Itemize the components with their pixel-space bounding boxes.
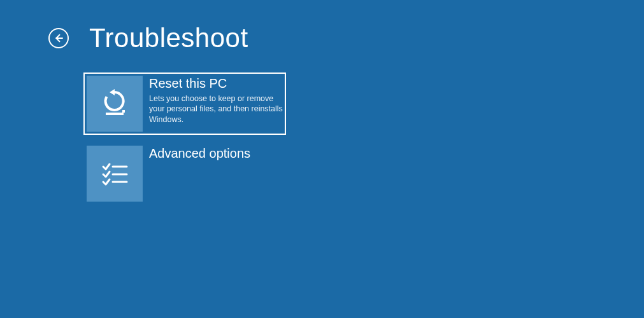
checklist-icon	[87, 146, 143, 202]
page-header: Troubleshoot	[0, 0, 644, 53]
option-advanced-options[interactable]: Advanced options	[83, 142, 286, 205]
option-title: Advanced options	[149, 146, 283, 161]
reset-icon	[87, 76, 143, 132]
page-title: Troubleshoot	[89, 23, 248, 53]
svg-rect-3	[122, 110, 125, 113]
svg-marker-1	[110, 89, 115, 95]
options-list: Reset this PC Lets you choose to keep or…	[83, 73, 644, 205]
option-description: Lets you choose to keep or remove your p…	[149, 93, 283, 125]
option-title: Reset this PC	[149, 76, 283, 91]
svg-rect-2	[106, 113, 124, 115]
arrow-left-icon	[53, 32, 64, 44]
option-text: Advanced options	[143, 146, 283, 163]
back-button[interactable]	[48, 28, 69, 48]
option-text: Reset this PC Lets you choose to keep or…	[143, 76, 283, 125]
option-reset-this-pc[interactable]: Reset this PC Lets you choose to keep or…	[83, 73, 286, 135]
